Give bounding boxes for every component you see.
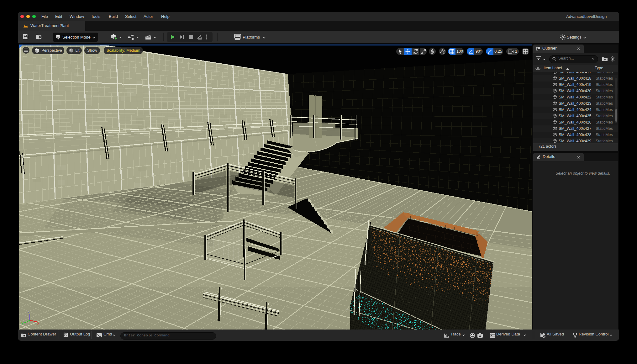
svg-text:Z: Z [28, 310, 30, 314]
svg-text:X: X [37, 322, 39, 325]
svg-text:Y: Y [21, 322, 24, 325]
